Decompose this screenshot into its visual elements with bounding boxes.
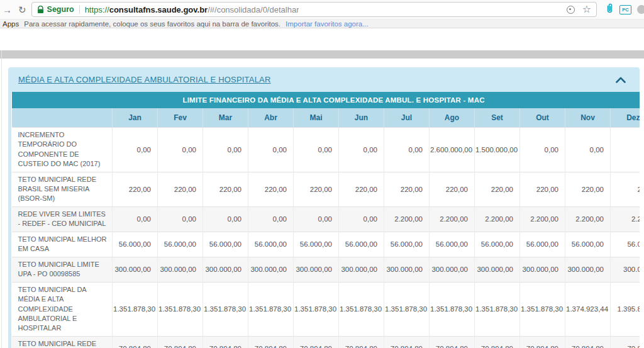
table-row: TETO MUNICIPAL REDE SAUDE MENTAL (RSME)7… (12, 336, 640, 348)
row-label: TETO MUNICIPAL MELHOR EM CASA (12, 232, 113, 257)
value-cell: 70.894,89 (248, 336, 294, 348)
value-cell: 1.351.878,30 (520, 282, 565, 336)
value-cell: 0,00 (339, 206, 384, 232)
value-cell: 56.000,00 (475, 232, 520, 257)
value-cell: 220,00 (339, 172, 384, 206)
panel-heading-link[interactable]: MÉDIA E ALTA COMPLEXIDADE AMBULATORIAL E… (18, 75, 271, 84)
value-cell: 220 (611, 172, 640, 206)
value-cell: 0,00 (294, 206, 339, 232)
value-cell: 56.000,00 (294, 232, 339, 257)
value-cell: 56.000,00 (339, 232, 384, 257)
value-cell: 1.351.878,30 (248, 282, 294, 336)
value-cell: 300.000,00 (158, 257, 203, 282)
value-cell: 220,00 (248, 172, 294, 206)
reload-icon[interactable]: ↻ (17, 5, 28, 14)
month-header-jan: Jan (113, 108, 158, 128)
forward-icon[interactable]: → (1, 5, 13, 14)
url-scheme: https:// (85, 5, 109, 14)
month-header-dez: Dez (611, 108, 640, 128)
profile-avatar[interactable] (637, 5, 644, 14)
url-domain: consultafns.saude.gov.br (109, 5, 208, 14)
value-cell: 1.374.923,44 (565, 282, 611, 336)
value-cell: 70.894,89 (113, 336, 158, 348)
value-cell: 0,00 (113, 128, 158, 172)
table-row: REDE VIVER SEM LIMITES - REDEF - CEO MUN… (12, 206, 640, 232)
value-cell: 56.000,00 (203, 232, 248, 257)
value-cell: 220,00 (475, 172, 520, 206)
value-cell: 2.200,00 (520, 206, 565, 232)
value-cell: 0,00 (203, 128, 248, 172)
value-cell: 56.000,00 (384, 232, 430, 257)
value-cell: 0,00 (158, 128, 203, 172)
value-cell: 220,00 (565, 172, 611, 206)
value-cell: 300.000 (611, 257, 640, 282)
value-cell: 1.351.878,30 (430, 282, 475, 336)
value-cell: 0,00 (384, 128, 430, 172)
value-cell: 56.000,00 (158, 232, 203, 257)
month-header-nov: Nov (565, 108, 611, 128)
month-header-out: Out (520, 108, 565, 128)
bookmarks-bar: Apps Para acessar rapidamente, coloque o… (0, 19, 644, 28)
value-cell: 1.351.878,30 (294, 282, 339, 336)
value-cell: 220,00 (203, 172, 248, 206)
apps-label[interactable]: Apps (3, 20, 19, 28)
value-cell: 0,00 (248, 128, 294, 172)
value-cell: 300.000,00 (520, 257, 565, 282)
month-header-mar: Mar (203, 108, 248, 128)
value-cell: 2.200,00 (565, 206, 611, 232)
value-cell: 0,00 (248, 206, 294, 232)
value-cell: 300.000,00 (248, 257, 294, 282)
page-content: MÉDIA E ALTA COMPLEXIDADE AMBULATORIAL E… (0, 50, 644, 348)
value-cell: 0,00 (520, 128, 565, 172)
table-row: TETO MUNICIPAL MELHOR EM CASA56.000,0056… (12, 232, 640, 257)
value-cell: 0,00 (565, 128, 611, 172)
value-cell: 70.894,89 (565, 336, 611, 348)
value-cell: 70.894,89 (203, 336, 248, 348)
value-cell: 56.000,00 (430, 232, 475, 257)
value-cell: 1.351.878,30 (339, 282, 384, 336)
value-cell: 56.000,00 (248, 232, 294, 257)
value-cell: 70.894,89 (520, 336, 565, 348)
value-cell: 300.000,00 (294, 257, 339, 282)
value-cell: 2.200,00 (430, 206, 475, 232)
value-cell: 56.000,00 (520, 232, 565, 257)
value-cell: 300.000,00 (565, 257, 611, 282)
value-cell: 220,00 (113, 172, 158, 206)
months-header-row: JanFevMarAbrMaiJunJulAgoSetOutNovDez (12, 108, 640, 128)
browser-toolbar: → ↻ Seguro https://consultafns.saude.gov… (0, 0, 644, 19)
import-bookmarks-link[interactable]: Importar favoritos agora... (286, 20, 369, 28)
value-cell: 70.894,89 (430, 336, 475, 348)
value-cell: 1.351.878,30 (203, 282, 248, 336)
bookmark-star-icon[interactable]: ☆ (582, 4, 591, 14)
left-border-line (1, 50, 2, 348)
table-row: INCREMENTO TEMPORÁRIO DO COMPONENTE DE C… (12, 128, 640, 172)
url-bar[interactable]: Seguro https://consultafns.saude.gov.br/… (31, 2, 597, 17)
paperclip-extension-icon[interactable] (606, 3, 614, 16)
value-cell: 300.000,00 (113, 257, 158, 282)
value-cell: 300.000,00 (203, 257, 248, 282)
value-cell: 70.894,89 (339, 336, 384, 348)
month-header-fev: Fev (158, 108, 203, 128)
value-cell: 2.200,00 (384, 206, 430, 232)
value-cell: 220,00 (294, 172, 339, 206)
month-header-abr: Abr (248, 108, 294, 128)
value-cell: 70.894,89 (475, 336, 520, 348)
lock-icon (37, 6, 44, 14)
month-header-set: Set (475, 108, 520, 128)
target-icon[interactable] (567, 6, 575, 14)
value-cell: 1.500.000,00 (475, 128, 520, 172)
value-cell: 1.351.878,30 (158, 282, 203, 336)
value-cell: 70.894,89 (294, 336, 339, 348)
value-cell: 0,00 (158, 206, 203, 232)
row-label: TETO MUNICIPAL REDE BRASIL SEM MISERIA (… (12, 172, 113, 206)
value-cell: 2.600.000,00 (430, 128, 475, 172)
chevron-up-icon[interactable] (616, 74, 626, 86)
month-header-jun: Jun (339, 108, 384, 128)
value-cell: 2.200 (611, 206, 640, 232)
table-title-row: LIMITE FINANCEIRO DA MÉDIA E ALTA COMPLE… (12, 92, 640, 108)
panel-header: MÉDIA E ALTA COMPLEXIDADE AMBULATORIAL E… (8, 67, 640, 92)
value-cell: 70.894,89 (158, 336, 203, 348)
table-scroll-area[interactable]: LIMITE FINANCEIRO DA MÉDIA E ALTA COMPLE… (11, 92, 640, 348)
row-label: TETO MUNICIPAL REDE SAUDE MENTAL (RSME) (12, 336, 113, 348)
pc-extension-icon[interactable]: PC (619, 5, 631, 14)
